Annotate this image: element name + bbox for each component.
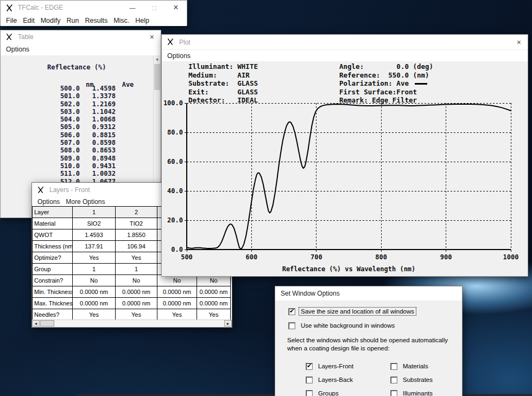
checkbox-row-layers-back: Layers-Back: [306, 376, 354, 384]
menu-item-run[interactable]: Run: [67, 17, 79, 24]
layers-cell[interactable]: 106.94: [116, 241, 157, 252]
close-icon[interactable]: ×: [517, 38, 528, 47]
dialog-description: Select the windows which should be opene…: [287, 336, 462, 353]
layers-cell[interactable]: 0.0000 nm: [197, 298, 231, 309]
scroll-right-icon[interactable]: ►: [224, 320, 232, 327]
layers-row-label: Min. Thickness: [33, 286, 73, 298]
layers-row-label: Needles?: [33, 309, 73, 321]
layers-cell[interactable]: 137.91: [73, 241, 116, 252]
checkbox-label-materials: Materials: [401, 362, 430, 370]
layers-cell[interactable]: 0.0000 nm: [73, 286, 116, 298]
layers-row-label: Material: [33, 218, 73, 229]
layers-cell[interactable]: 1: [116, 264, 157, 275]
layers-cell[interactable]: 0.0000 nm: [157, 286, 197, 298]
layers-cell[interactable]: 0.0000 nm: [73, 298, 116, 309]
scroll-left-icon[interactable]: ◄: [32, 320, 40, 327]
set-window-options-dialog: Set Window Options Select the windows wh…: [275, 286, 463, 396]
menu-item-modify[interactable]: Modify: [41, 17, 61, 24]
layers-cell[interactable]: Yes: [73, 252, 116, 264]
plot-window-title: Plot: [179, 39, 191, 46]
table-menubar: Options: [1, 43, 161, 56]
table-window-title: Table: [18, 33, 34, 41]
plot-content: Illuminant: WHITEMedium: AIRSubstrate: G…: [162, 61, 528, 276]
check-icon: ✔: [307, 363, 312, 369]
table-row: 503.01.1042: [1, 108, 116, 116]
layers-row-label: Max. Thickness: [33, 298, 73, 309]
checkbox-substrates[interactable]: [390, 376, 397, 384]
x-tick-label: 900: [440, 253, 452, 261]
table-row: 507.00.8598: [1, 139, 116, 146]
main-window-title: TFCalc - EDGE: [18, 4, 63, 11]
menu-item-edit[interactable]: Edit: [23, 17, 35, 24]
layers-cell[interactable]: Yes: [116, 309, 157, 321]
table-row: 502.01.2169: [1, 100, 116, 108]
checkbox-row-save-windows: ✔Save the size and location of all windo…: [288, 308, 416, 315]
desktop: { "icons": { "minimize": "—", "maximize"…: [0, 0, 532, 396]
layers-cell[interactable]: TIO2: [116, 218, 157, 229]
menu-options[interactable]: Options: [6, 46, 29, 53]
checkbox-layers-front[interactable]: ✔: [306, 363, 313, 370]
tfcalc-app-icon: [5, 4, 14, 12]
layers-cell[interactable]: 2: [116, 207, 157, 218]
plot-window: Plot × Options Illuminant: WHITEMedium: …: [161, 34, 528, 277]
tfcalc-app-icon: [167, 38, 175, 46]
checkbox-save-windows[interactable]: ✔: [288, 308, 295, 315]
layers-row: Needles?YesYesYesYes: [33, 309, 231, 321]
layers-cell[interactable]: 0.0000 nm: [197, 286, 231, 298]
layers-cell[interactable]: Yes: [197, 309, 231, 321]
menu-item-help[interactable]: Help: [135, 17, 149, 24]
layers-cell[interactable]: 0.0000 nm: [157, 298, 197, 309]
layers-row: Max. Thickness0.0000 nm0.0000 nm0.0000 n…: [33, 298, 231, 309]
layers-cell[interactable]: Yes: [116, 252, 157, 264]
y-tick-label: 80.0: [167, 129, 183, 136]
layers-cell[interactable]: 0.0000 nm: [116, 286, 157, 298]
scrollbar-thumb[interactable]: [154, 64, 160, 90]
layers-cell[interactable]: SIO2: [73, 218, 116, 229]
menu-item-more-options[interactable]: More Options: [66, 198, 105, 206]
checkbox-white-background[interactable]: [288, 322, 295, 329]
table-row: 504.01.0068: [1, 116, 116, 123]
menu-item-file[interactable]: File: [6, 17, 17, 24]
x-tick-label: 500: [181, 253, 193, 261]
close-icon[interactable]: ×: [165, 3, 187, 12]
layers-cell[interactable]: No: [116, 275, 157, 286]
minimize-icon[interactable]: —: [122, 4, 143, 11]
menu-item-misc[interactable]: Misc.: [113, 17, 129, 24]
menu-item-options[interactable]: Options: [37, 198, 60, 206]
table-titlebar: Table ×: [1, 30, 161, 43]
y-tick-label: 20.0: [167, 216, 183, 224]
layers-cell[interactable]: 1: [73, 264, 116, 275]
table-row: 510.00.9431: [1, 162, 116, 170]
layers-cell[interactable]: 1.4593: [73, 229, 116, 241]
menu-item-results[interactable]: Results: [85, 17, 107, 24]
x-tick-label: 1000: [503, 253, 519, 261]
layers-cell[interactable]: 1.8550: [116, 229, 157, 241]
layers-cell[interactable]: Yes: [157, 309, 197, 321]
maximize-icon[interactable]: □: [143, 4, 165, 12]
scrollbar-thumb[interactable]: [40, 320, 54, 327]
axis-title: Reflectance (%) vs Wavelength (nm): [282, 265, 416, 273]
layers-row-label: Layer: [33, 207, 73, 218]
menu-options[interactable]: Options: [167, 52, 191, 60]
close-icon[interactable]: ×: [150, 33, 161, 41]
checkbox-label-white-background: Use white background in windows: [299, 322, 396, 329]
table-row: 506.00.8815: [1, 131, 116, 139]
layers-horizontal-scrollbar[interactable]: ◄ ►: [32, 320, 232, 327]
layers-cell[interactable]: No: [73, 275, 116, 286]
layers-cell[interactable]: 0.0000 nm: [116, 298, 157, 309]
table-row: 501.01.3378: [1, 92, 116, 100]
checkbox-row-layers-front: ✔Layers-Front: [306, 362, 355, 370]
main-window: TFCalc - EDGE — □ × FileEditModifyRunRes…: [0, 0, 187, 25]
table-header: Reflectance (%): [47, 63, 106, 71]
checkbox-layers-back[interactable]: [306, 376, 313, 384]
layers-cell[interactable]: Yes: [73, 309, 116, 321]
reflectance-curve: [187, 104, 511, 249]
layers-cell[interactable]: 1: [73, 207, 116, 218]
scroll-up-icon[interactable]: ▲: [154, 55, 161, 63]
checkbox-illuminants[interactable]: [390, 390, 397, 396]
plot-menubar: Options: [162, 50, 528, 62]
tfcalc-app-icon: [5, 33, 14, 41]
checkbox-materials[interactable]: [390, 363, 397, 370]
checkbox-groups[interactable]: [306, 390, 313, 396]
main-titlebar: TFCalc - EDGE — □ ×: [1, 1, 187, 15]
